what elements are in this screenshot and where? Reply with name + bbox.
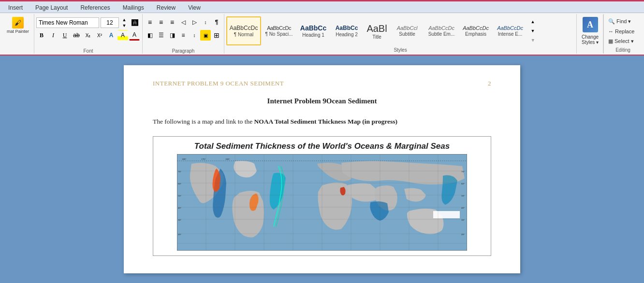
font-size-input[interactable] [101, 17, 119, 28]
map-title: Total Sediment Thickness of the World's … [158, 142, 486, 151]
ribbon-tab-bar: Insert Page Layout References Mailings R… [0, 1, 644, 13]
paragraph-group-label: Paragraph [143, 48, 224, 54]
font-name-input[interactable] [36, 17, 99, 28]
style-heading2-preview: AaBbCc [332, 25, 362, 31]
style-intense-e-label: Intense E... [498, 31, 523, 37]
replace-icon: ↔ [608, 28, 614, 34]
change-styles-label: ChangeStyles ▾ [582, 34, 599, 45]
svg-text:20°: 20° [178, 233, 181, 236]
bold-button[interactable]: B [36, 30, 47, 41]
svg-text:30°: 30° [178, 219, 181, 221]
style-emphasis-button[interactable]: AaBbCcDc Emphasis [459, 16, 492, 45]
svg-text:40°: 40° [178, 207, 181, 209]
style-emphasis-label: Emphasis [465, 31, 486, 37]
svg-text:70°: 70° [178, 170, 181, 173]
highlight-button[interactable]: A [117, 30, 128, 41]
numbering-button[interactable]: ≡ [156, 17, 166, 28]
svg-text:30°: 30° [461, 219, 465, 221]
svg-text:60°: 60° [461, 183, 465, 185]
map-visual: 180° 170° 160° [177, 154, 467, 251]
select-icon: ▦ [608, 38, 613, 44]
styles-more-button[interactable]: ▿ [529, 36, 537, 44]
find-label: Find ▾ [616, 18, 631, 25]
find-button[interactable]: 🔍 Find ▾ [606, 17, 640, 26]
tab-mailings[interactable]: Mailings [117, 2, 150, 13]
svg-text:50°: 50° [178, 195, 181, 197]
tab-view[interactable]: View [182, 2, 207, 13]
strikethrough-button[interactable]: ab [71, 30, 82, 41]
style-heading1-preview: AaBbCc [298, 24, 328, 32]
italic-button[interactable]: I [48, 30, 59, 41]
underline-button[interactable]: U [59, 30, 70, 41]
style-normal-preview: AaBbCcDc [228, 25, 259, 31]
font-group: ▲ ▼ 🅰 B I U ab X₂ X² A A A Font [34, 14, 143, 54]
style-subtle-em-label: Subtle Em... [428, 31, 454, 37]
select-label: Select ▾ [615, 38, 634, 44]
align-left-button[interactable]: ◧ [145, 30, 155, 41]
format-painter-label: mat Painter [7, 29, 29, 34]
svg-text:20°: 20° [461, 233, 465, 236]
subscript-button[interactable]: X₂ [83, 30, 93, 41]
svg-text:160°: 160° [225, 158, 230, 160]
body-text-bold: NOAA Total Sediment Thickness Map (in pr… [254, 118, 397, 125]
justify-button[interactable]: ≡ [178, 30, 189, 41]
style-subtle-em-preview: AaBbCcDc [425, 25, 457, 31]
line-spacing-button[interactable]: ↕ [189, 30, 200, 41]
style-emphasis-preview: AaBbCcDc [461, 25, 491, 31]
font-size-decrease-button[interactable]: ▼ [120, 23, 128, 28]
styles-scroll-down-button[interactable]: ▼ [529, 27, 537, 35]
tab-review[interactable]: Review [150, 2, 182, 13]
change-styles-icon: A [583, 17, 598, 32]
style-heading2-button[interactable]: AaBbCc Heading 2 [330, 16, 363, 45]
decrease-indent-button[interactable]: ◁ [178, 17, 189, 28]
style-normal-label: ¶ Normal [234, 32, 253, 37]
change-styles-button[interactable]: A ChangeStyles ▾ [577, 14, 603, 54]
font-group-label: Font [34, 48, 142, 54]
tab-page-layout[interactable]: Page Layout [29, 2, 74, 13]
font-size-increase-button[interactable]: ▲ [120, 17, 128, 22]
style-subtitle-label: Subtitle [399, 31, 415, 37]
font-color-button[interactable]: A [129, 30, 140, 41]
tab-insert[interactable]: Insert [2, 2, 29, 13]
font-row-top: ▲ ▼ 🅰 B I U ab X₂ X² A A A [36, 15, 140, 47]
svg-text:50°: 50° [461, 195, 465, 197]
styles-group: AaBbCcDc ¶ Normal AaBbCcDc ¶ No Spaci...… [224, 14, 577, 54]
replace-button[interactable]: ↔ Replace [606, 27, 640, 36]
show-hide-button[interactable]: ¶ [211, 17, 222, 28]
style-intense-e-button[interactable]: AaBbCcDc Intense E... [493, 16, 527, 45]
format-painter-icon: 🖌 [12, 17, 24, 28]
borders-button[interactable]: ⊞ [211, 30, 222, 41]
align-right-button[interactable]: ◨ [167, 30, 177, 41]
document-area: INTERNET PROBLEM 9 OCEAN SEDIMENT 2 Inte… [0, 56, 644, 283]
header-text: INTERNET PROBLEM 9 OCEAN SEDIMENT [153, 80, 284, 87]
svg-text:70°: 70° [461, 170, 465, 173]
style-normal-button[interactable]: AaBbCcDc ¶ Normal [226, 16, 261, 45]
superscript-button[interactable]: X² [94, 30, 105, 41]
format-painter-button[interactable]: 🖌 mat Painter [6, 16, 30, 35]
svg-text:60°: 60° [178, 183, 181, 185]
clear-formatting-button[interactable]: 🅰 [130, 17, 140, 28]
find-icon: 🔍 [608, 18, 615, 25]
style-title-label: Title [372, 34, 381, 40]
tab-references[interactable]: References [74, 2, 116, 13]
style-title-preview: AaBl [365, 23, 389, 34]
select-button[interactable]: ▦ Select ▾ [606, 37, 640, 46]
multilevel-list-button[interactable]: ≡ [167, 17, 177, 28]
align-center-button[interactable]: ☰ [156, 30, 166, 41]
style-nospacing-button[interactable]: AaBbCcDc ¶ No Spaci... [262, 16, 296, 45]
style-title-button[interactable]: AaBl Title [364, 16, 390, 45]
map-svg: 180° 170° 160° [177, 154, 467, 251]
style-subtle-em-button[interactable]: AaBbCcDc Subtle Em... [424, 16, 459, 45]
style-subtitle-button[interactable]: AaBbCcl Subtitle [391, 16, 424, 45]
style-heading1-button[interactable]: AaBbCc Heading 1 [297, 16, 330, 45]
sort-button[interactable]: ↕ [200, 17, 211, 28]
styles-scroll-up-button[interactable]: ▲ [529, 17, 537, 26]
text-effects-button[interactable]: A [106, 30, 117, 41]
styles-group-label: Styles [312, 47, 488, 53]
document-page: INTERNET PROBLEM 9 OCEAN SEDIMENT 2 Inte… [124, 65, 520, 273]
bullets-button[interactable]: ≡ [145, 17, 155, 28]
document-body-text: The following is a map and link to the N… [153, 117, 491, 127]
editing-group: 🔍 Find ▾ ↔ Replace ▦ Select ▾ Editing [603, 14, 642, 54]
shading-button[interactable]: ▣ [200, 30, 211, 41]
increase-indent-button[interactable]: ▷ [189, 17, 200, 28]
